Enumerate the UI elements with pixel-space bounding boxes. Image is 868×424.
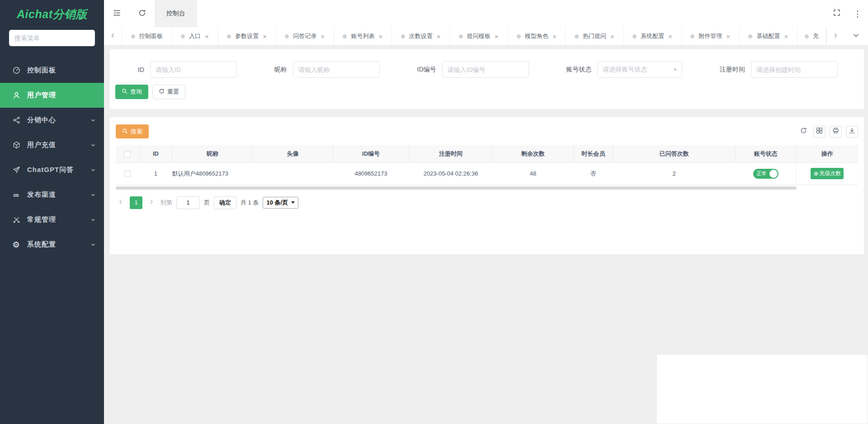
refresh-table-button[interactable] [797,126,809,138]
plus-circle-icon: ⊕ [813,171,818,176]
menu-search-input[interactable] [9,30,95,46]
sidebar-item-label: 用户充值 [27,141,56,149]
printer-icon [832,127,839,136]
close-icon[interactable]: × [495,33,499,40]
tab-control-panel[interactable]: 控制面板 [122,27,172,45]
sidebar-item-distribution-center[interactable]: 分销中心 [0,108,104,133]
close-icon[interactable]: × [726,33,730,40]
close-icon[interactable]: × [552,33,557,40]
chevron-left-icon [110,32,116,40]
close-icon[interactable]: × [321,33,325,40]
sidebar-item-dashboard[interactable]: 控制面板 [0,58,104,83]
cell-answered-count: 2 [613,162,735,185]
close-icon[interactable]: × [610,33,614,40]
sidebar-item-user-management[interactable]: 用户管理 [0,83,104,108]
infinity-icon: ∞ [12,191,21,200]
sidebar-item-system-config[interactable]: ⚙ 系统配置 [0,232,104,257]
goto-page-input[interactable] [176,196,200,209]
filter-card: ID 昵称 ID编号 账号状态 请选择账号状态 ▼ [110,49,864,109]
more-menu-button[interactable]: ⋮ [847,0,868,27]
prev-page-button[interactable] [116,197,126,209]
user-icon [12,91,21,100]
tab-parameter-settings[interactable]: 参数设置 × [218,27,276,45]
status-toggle[interactable]: 正常 [753,169,778,179]
query-button[interactable]: 查询 [115,85,148,99]
tab-entry[interactable]: 入口 × [172,27,218,45]
nickname-input[interactable] [293,61,380,78]
fullscreen-icon [833,9,840,18]
sidebar-item-general-management[interactable]: 常规管理 [0,207,104,232]
tab-qa-records[interactable]: 问答记录 × [276,27,334,45]
tab-basic-config[interactable]: 基础配置 × [740,27,797,45]
close-icon[interactable]: × [263,33,267,40]
fullscreen-button[interactable] [826,0,847,27]
topbar-right: ⋮ [826,0,868,27]
tab-question-templates[interactable]: 提问模板 × [450,27,508,45]
tabs-scroll-left-button[interactable] [104,27,122,45]
pagination: 1 到第 页 确定 共 1 条 10 条/页 [116,196,858,209]
search-button[interactable]: 搜索 [116,124,149,138]
tab-count-settings[interactable]: 次数设置 × [392,27,450,45]
select-all-checkbox[interactable] [124,151,131,157]
close-icon[interactable]: × [784,33,788,40]
tab-label: 次数设置 [409,32,433,40]
console-tab[interactable]: 控制台 [155,0,197,27]
tab-label: 附件管理 [698,32,722,40]
table-row: 1 默认用户4809652173 4809652173 2023-05-04 0… [116,162,858,185]
chevron-down-icon [90,192,96,198]
horizontal-scrollbar[interactable] [116,186,797,190]
chevron-down-icon [90,217,96,223]
next-page-button[interactable] [146,197,156,209]
tab-label: 问答记录 [293,32,316,40]
tab-attachment-management[interactable]: 附件管理 × [682,27,740,45]
tools-icon [12,215,21,224]
account-status-select[interactable]: 请选择账号状态 ▼ [597,61,682,78]
tabs-dropdown-button[interactable] [844,27,868,45]
tab-strip: 控制面板 入口 × 参数设置 × 问答记录 × 账号列表 × 次数设置 × [104,27,868,46]
tab-model-roles[interactable]: 模型角色 × [508,27,566,45]
table-card: 搜索 [110,117,864,254]
page-size-select[interactable]: 10 条/页 [263,197,298,209]
search-button-label: 搜索 [131,128,142,136]
tab-recharge-truncated[interactable]: 充 [797,27,826,45]
register-time-input[interactable] [751,61,838,78]
tab-hot-questions[interactable]: 热门提问 × [566,27,623,45]
refresh-page-button[interactable] [129,0,155,27]
sidebar-item-chatgpt-qa[interactable]: ChatGPT问答 [0,157,104,182]
row-checkbox-cell [116,162,139,185]
field-label: 账号状态 [566,66,591,74]
tab-label: 系统配置 [641,32,664,40]
sidebar-item-user-recharge[interactable]: 用户充值 [0,133,104,157]
paper-plane-icon [12,166,21,175]
sidebar-item-label: 系统配置 [27,240,56,249]
id-number-input[interactable] [442,61,529,78]
page-unit-label: 页 [204,199,210,207]
id-input[interactable] [150,61,237,78]
print-button[interactable] [830,126,842,138]
cell-remaining-count: 48 [493,162,574,185]
tabs-scroll-right-button[interactable] [826,27,844,45]
tab-system-config[interactable]: 系统配置 × [624,27,682,45]
page-size-label: 10 条/页 [266,199,288,207]
reset-button[interactable]: 重置 [152,85,185,99]
tab-account-list[interactable]: 账号列表 × [334,27,392,45]
close-icon[interactable]: × [668,33,672,40]
sidebar-item-label: 分销中心 [27,116,56,124]
table-card-header: 搜索 [116,124,858,138]
close-icon[interactable]: × [205,33,209,40]
close-icon[interactable]: × [378,33,382,40]
goto-confirm-button[interactable]: 确定 [214,196,236,209]
cell-account-status: 正常 [735,162,796,185]
close-icon[interactable]: × [437,33,441,40]
filter-field-account-status: 账号状态 请选择账号状态 ▼ [566,61,682,78]
content-area: ID 昵称 ID编号 账号状态 请选择账号状态 ▼ [104,46,868,424]
download-button[interactable] [846,126,858,138]
recharge-count-button[interactable]: ⊕ 充值次数 [811,168,844,179]
collapse-sidebar-button[interactable] [104,0,129,27]
column-settings-button[interactable] [813,126,826,138]
sidebar-item-publish-channels[interactable]: ∞ 发布渠道 [0,182,104,207]
sidebar-item-label: 用户管理 [27,91,56,100]
current-page-button[interactable]: 1 [130,196,142,209]
download-icon [849,127,855,136]
row-checkbox[interactable] [124,171,131,177]
